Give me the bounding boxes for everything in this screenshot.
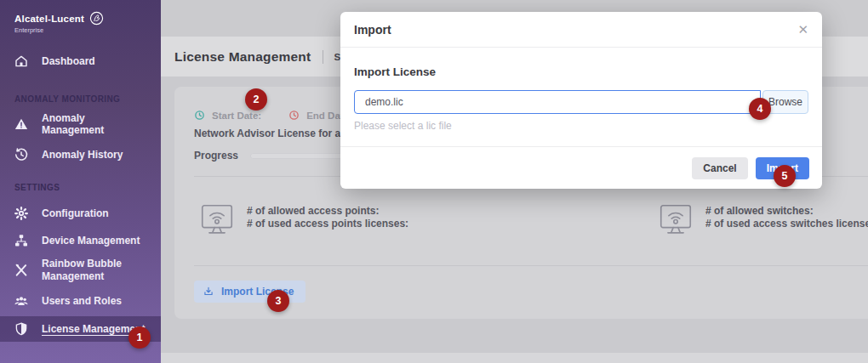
close-icon[interactable]: ✕: [797, 23, 808, 36]
sidebar-item-label: Configuration: [42, 207, 109, 219]
users-icon: [14, 293, 29, 309]
tools-icon: [14, 263, 29, 278]
sidebar: Alcatel-Lucent Enterprise Dashboard ANOM…: [0, 0, 161, 363]
sidebar-section-settings: SETTINGS: [14, 183, 60, 192]
import-modal-footer: Cancel Import: [340, 146, 822, 189]
modal-title: Import: [354, 23, 391, 37]
cancel-button[interactable]: Cancel: [692, 157, 747, 179]
sidebar-item-label: Anomaly History: [42, 149, 123, 161]
sidebar-item-label: Anomaly Management: [42, 112, 147, 136]
brand-name: Alcatel-Lucent: [14, 14, 84, 24]
sidebar-item-users-and-roles[interactable]: Users and Roles: [0, 292, 161, 310]
brand-subtitle: Enterprise: [14, 26, 104, 34]
start-date-clock-icon: [194, 110, 205, 121]
access-points-stat: # of allowed access points: # of used ac…: [197, 199, 408, 240]
step-badge-2: 2: [245, 88, 267, 111]
start-date-label: Start Date:: [212, 111, 261, 121]
step-badge-5: 5: [774, 165, 796, 187]
gear-icon: [14, 206, 29, 221]
sidebar-item-label: Users and Roles: [42, 295, 122, 307]
home-icon: [14, 54, 29, 69]
file-input-group: Browse: [354, 90, 808, 114]
sidebar-item-label: Rainbow Bubble Management: [42, 258, 137, 283]
sidebar-item-device-management[interactable]: Device Management: [0, 231, 161, 250]
dates-row: Start Date: End Date:: [194, 110, 352, 121]
import-modal-header: Import ✕: [340, 12, 822, 48]
monitor-wifi-icon: [656, 201, 695, 240]
page-title: License Management: [174, 49, 311, 65]
footer-strip: [161, 353, 868, 363]
license-file-input[interactable]: [354, 90, 761, 114]
sidebar-item-dashboard[interactable]: Dashboard: [0, 52, 161, 71]
allowed-access-points-label: # of allowed access points:: [247, 205, 408, 218]
import-modal: Import ✕ Import License Browse Please se…: [340, 12, 822, 189]
import-license-heading: Import License: [354, 65, 808, 78]
sidebar-item-configuration[interactable]: Configuration: [0, 204, 161, 223]
used-switches-label: # of used access switches licenses:: [705, 218, 868, 230]
sitemap-icon: [14, 233, 29, 248]
sidebar-item-anomaly-history[interactable]: Anomaly History: [0, 145, 161, 164]
ale-swirl-icon: [89, 11, 104, 26]
allowed-switches-label: # of allowed switches:: [705, 205, 868, 218]
monitor-wifi-icon: [197, 201, 237, 240]
download-icon: [203, 286, 214, 298]
sidebar-item-rainbow-bubble-management[interactable]: Rainbow Bubble Management: [0, 255, 161, 286]
sidebar-section-anomaly-monitoring: ANOMALY MONITORING: [14, 94, 120, 104]
step-badge-4: 4: [749, 98, 771, 120]
sidebar-item-label: Device Management: [42, 235, 140, 247]
warning-icon: [14, 116, 29, 132]
switches-stat: # of allowed switches: # of used access …: [656, 199, 868, 240]
brand-logo: Alcatel-Lucent Enterprise: [14, 11, 104, 34]
end-date-clock-icon: [288, 110, 300, 121]
sidebar-item-label: Dashboard: [42, 55, 95, 67]
history-icon: [14, 147, 29, 162]
step-badge-1: 1: [128, 326, 151, 349]
step-badge-3: 3: [267, 290, 289, 312]
header-divider: [323, 50, 323, 64]
sidebar-item-anomaly-management[interactable]: Anomaly Management: [0, 115, 161, 133]
card-divider: [194, 265, 868, 266]
shield-icon: [14, 321, 29, 337]
progress-label: Progress: [194, 150, 238, 162]
import-modal-body: Import License Browse Please select a li…: [340, 65, 822, 132]
file-helper-text: Please select a lic file: [354, 120, 808, 132]
used-access-points-label: # of used access points licenses:: [247, 218, 408, 230]
